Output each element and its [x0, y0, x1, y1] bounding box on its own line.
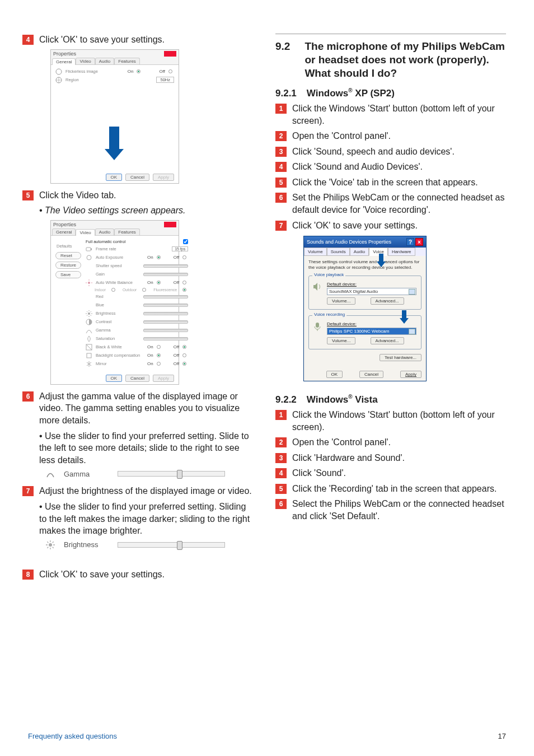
close-icon[interactable]: ×: [415, 238, 423, 246]
help-icon[interactable]: ?: [406, 238, 414, 246]
shutter-label: Shutter speed: [96, 263, 140, 268]
step-text: Click the Windows 'Start' button (bottom…: [292, 409, 506, 433]
awb-on[interactable]: [157, 281, 161, 284]
gamma-sample: Gamma: [46, 469, 225, 478]
off-radio[interactable]: [168, 69, 172, 73]
shutter-slider[interactable]: [143, 264, 189, 268]
advanced-button[interactable]: Advanced...: [371, 297, 404, 305]
step-text: Select the Philips WebCam or the connect…: [292, 498, 506, 522]
gain-slider[interactable]: [143, 273, 189, 276]
brightness-icon: [46, 540, 55, 549]
voice-intro: These settings control volume and advanc…: [308, 259, 421, 270]
cancel-button[interactable]: Cancel: [125, 375, 149, 382]
step-text: Click the 'Recording' tab in the screen …: [292, 483, 496, 495]
cancel-button[interactable]: Cancel: [359, 371, 383, 378]
subsection-heading: 9.2.1Windows® XP (SP2): [275, 87, 506, 99]
tab-sounds[interactable]: Sounds: [327, 248, 350, 256]
tab-hardware[interactable]: Hardware: [388, 248, 415, 256]
autoexp-on[interactable]: [157, 255, 161, 259]
gamma-slider[interactable]: [118, 471, 225, 477]
tab-features[interactable]: Features: [114, 228, 140, 235]
brightness-slider[interactable]: [118, 542, 225, 548]
defaults-label: Defaults: [57, 244, 81, 249]
reset-button[interactable]: Reset: [55, 252, 81, 259]
test-hardware-button[interactable]: Test hardware...: [380, 354, 421, 361]
properties-dialog-video: Properties General Video Audio Features …: [50, 220, 179, 385]
fps-select[interactable]: 15 fps: [172, 246, 188, 251]
step-badge: 7: [275, 221, 287, 231]
ok-button[interactable]: OK: [106, 174, 123, 181]
apply-button[interactable]: Apply: [153, 174, 174, 181]
framerate-label: Frame rate: [96, 246, 168, 251]
voice-recording-group: Voice recording Default device: Philips …: [308, 315, 421, 349]
svg-point-5: [88, 312, 90, 315]
dialog-title: Properties: [53, 222, 76, 227]
voice-playback-group: Voice playback Default device: SoundMAX …: [308, 276, 421, 310]
region-select[interactable]: 50Hz: [156, 77, 174, 83]
step-subtext: • The Video settings screen appears.: [39, 204, 253, 217]
speaker-icon: [312, 282, 322, 292]
step-badge: 8: [22, 570, 34, 580]
mirror-icon: [86, 361, 92, 367]
tab-video[interactable]: Video: [76, 58, 95, 64]
ok-button[interactable]: OK: [106, 375, 123, 382]
restore-button[interactable]: Restore: [55, 262, 81, 269]
close-icon[interactable]: [164, 222, 176, 227]
tab-video[interactable]: Video: [76, 229, 95, 236]
chevron-down-icon: [409, 289, 415, 295]
step-text: Click 'OK' to save your settings.: [39, 568, 165, 581]
bw-icon: [86, 344, 92, 351]
save-button[interactable]: Save: [55, 271, 81, 278]
autoexp-off[interactable]: [182, 255, 186, 259]
fac-checkbox[interactable]: [183, 239, 188, 244]
step-text: Click 'OK' to save your settings.: [39, 34, 165, 46]
tab-features[interactable]: Features: [114, 58, 140, 64]
section-divider: [275, 34, 506, 34]
step-text: Open the 'Control panel'.: [292, 436, 391, 449]
gamma-icon: [46, 469, 55, 478]
tab-volume[interactable]: Volume: [304, 248, 327, 256]
tab-audio[interactable]: Audio: [95, 228, 114, 235]
recording-select[interactable]: Philips SPC 1300NC Webcam: [327, 328, 416, 335]
on-label: On: [128, 69, 134, 74]
chevron-down-icon: [409, 329, 415, 334]
svg-rect-10: [316, 323, 319, 328]
exposure-icon: [86, 254, 92, 261]
tab-general[interactable]: General: [52, 228, 76, 235]
apply-button[interactable]: Apply: [400, 371, 421, 378]
camera-icon: [86, 246, 92, 253]
volume-button[interactable]: Volume...: [327, 337, 355, 344]
off-label: Off: [159, 69, 165, 74]
arrow-down-icon: [377, 254, 386, 267]
tab-audio[interactable]: Audio: [350, 248, 369, 256]
brightness-icon: [86, 310, 92, 317]
contrast-icon: [86, 319, 92, 325]
awb-off[interactable]: [182, 281, 186, 284]
flicker-icon: [55, 68, 62, 75]
properties-dialog-general: Properties General Video Audio Features …: [50, 49, 179, 184]
cancel-button[interactable]: Cancel: [125, 174, 149, 181]
tab-general[interactable]: General: [52, 58, 76, 65]
apply-button[interactable]: Apply: [153, 375, 174, 382]
backlight-icon: [86, 352, 92, 359]
playback-select[interactable]: SoundMAX Digital Audio: [327, 288, 416, 295]
right-column: 9.2 The microphone of my Philips WebCam …: [275, 34, 506, 584]
on-radio[interactable]: [137, 69, 140, 73]
voice-dialog: Sounds and Audio Devices Properties ?× V…: [303, 236, 427, 381]
brightness-label: Brightness: [64, 540, 109, 549]
autoexp-label: Auto Exposure: [96, 255, 144, 260]
step-text: Open the 'Control panel'.: [292, 130, 391, 142]
step-text: Click 'Sound'.: [292, 467, 346, 479]
gamma-label: Gamma: [64, 470, 109, 478]
close-icon[interactable]: [164, 51, 176, 57]
advanced-button[interactable]: Advanced...: [371, 337, 404, 344]
tab-audio[interactable]: Audio: [95, 58, 114, 64]
volume-button[interactable]: Volume...: [327, 297, 355, 305]
brightness-sample: Brightness: [46, 540, 225, 549]
step-text: Set the Philips WebCam or the connected …: [292, 192, 506, 216]
ok-button[interactable]: OK: [326, 371, 343, 378]
arrow-down-icon: [105, 127, 124, 160]
svg-point-4: [88, 282, 90, 284]
microphone-icon: [312, 321, 322, 332]
gain-label: Gain: [96, 272, 140, 277]
